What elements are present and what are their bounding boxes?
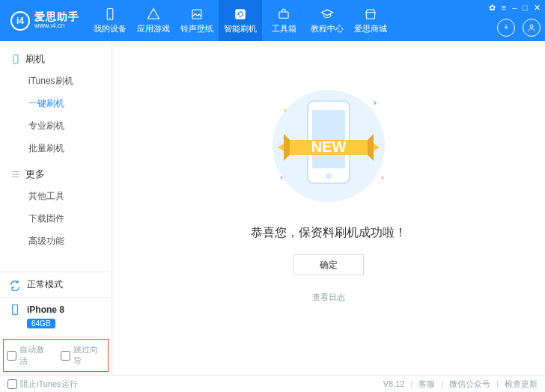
app-url: www.i4.cn xyxy=(34,22,79,30)
success-illustration: NEW xyxy=(254,79,404,206)
phone-icon xyxy=(10,54,21,64)
store-icon xyxy=(364,7,377,21)
user-button[interactable] xyxy=(523,19,541,37)
close-icon[interactable]: ✕ xyxy=(534,3,541,13)
svg-rect-3 xyxy=(235,9,246,19)
separator: | xyxy=(410,379,412,388)
tab-label: 应用游戏 xyxy=(137,23,170,34)
sidebar-item-onekey[interactable]: 一键刷机 xyxy=(28,92,112,114)
graduation-icon xyxy=(320,7,334,21)
sidebar-check-group: 自动激活 跳过向导 xyxy=(3,339,109,372)
tab-ringtone[interactable]: 铃声壁纸 xyxy=(175,0,219,41)
separator: | xyxy=(441,379,443,388)
sidebar-item-label: 高级功能 xyxy=(28,235,64,248)
main-panel: NEW 恭喜您，保资料刷机成功啦！ 确定 查看日志 xyxy=(112,41,545,375)
tab-my-device[interactable]: 我的设备 xyxy=(88,0,132,41)
tab-store[interactable]: 爱思商城 xyxy=(349,0,392,41)
sidebar-mode-label: 正常模式 xyxy=(27,278,63,291)
check-label: 自动激活 xyxy=(19,344,52,367)
apps-icon xyxy=(147,7,160,21)
device-name: iPhone 8 xyxy=(27,304,64,315)
check-auto-activate[interactable]: 自动激活 xyxy=(7,344,52,367)
sidebar-item-label: 一键刷机 xyxy=(28,97,64,110)
tab-tutorial[interactable]: 教程中心 xyxy=(305,0,349,41)
sidebar-item-batch[interactable]: 批量刷机 xyxy=(28,137,112,159)
app-header: i4 爱思助手 www.i4.cn 我的设备 应用游戏 铃声壁纸 智能刷机 工具… xyxy=(0,0,545,41)
window-controls: ✿ ≡ – □ ✕ xyxy=(489,0,545,41)
svg-marker-11 xyxy=(374,101,377,105)
sidebar-item-label: 专业刷机 xyxy=(28,120,64,132)
sidebar-group-flash[interactable]: 刷机 xyxy=(10,49,112,70)
check-auto-activate-box[interactable] xyxy=(7,351,16,361)
app-name: 爱思助手 xyxy=(34,11,79,22)
user-icon xyxy=(527,23,536,32)
download-button[interactable] xyxy=(497,19,515,37)
tab-label: 工具箱 xyxy=(272,23,296,34)
separator: | xyxy=(496,379,499,388)
sidebar-item-itunes[interactable]: iTunes刷机 xyxy=(28,70,112,92)
sidebar-item-label: 批量刷机 xyxy=(28,142,64,155)
toolbox-icon xyxy=(277,7,290,21)
tab-flash[interactable]: 智能刷机 xyxy=(219,0,262,41)
ok-button[interactable]: 确定 xyxy=(293,254,364,275)
sidebar-item-download-fw[interactable]: 下载固件 xyxy=(28,207,112,230)
sidebar-item-advanced[interactable]: 高级功能 xyxy=(28,230,112,252)
sidebar-mode[interactable]: 正常模式 xyxy=(0,272,112,298)
phone-icon xyxy=(9,304,21,316)
check-label: 跳过向导 xyxy=(73,344,106,367)
image-icon xyxy=(190,7,204,21)
sidebar-item-other-tools[interactable]: 其他工具 xyxy=(28,185,112,207)
logo: i4 爱思助手 www.i4.cn xyxy=(0,0,88,41)
svg-point-8 xyxy=(14,313,15,313)
view-log-link[interactable]: 查看日志 xyxy=(312,292,345,303)
tab-tools[interactable]: 工具箱 xyxy=(262,0,305,41)
footer: 阻止iTunes运行 V8.12 | 客服 | 微信公众号 | 检查更新 xyxy=(0,375,545,392)
download-icon xyxy=(502,23,511,32)
logo-icon-text: i4 xyxy=(16,16,24,26)
sidebar-group-label: 更多 xyxy=(25,168,45,181)
svg-point-16 xyxy=(326,173,332,179)
tab-apps[interactable]: 应用游戏 xyxy=(132,0,175,41)
tab-label: 教程中心 xyxy=(311,23,344,34)
sidebar-device[interactable]: iPhone 8 64GB xyxy=(0,298,112,334)
header-tabs: 我的设备 应用游戏 铃声壁纸 智能刷机 工具箱 教程中心 爱思商城 xyxy=(88,0,489,41)
svg-rect-2 xyxy=(192,10,201,19)
sidebar-group-label: 刷机 xyxy=(25,52,45,66)
footer-link-support[interactable]: 客服 xyxy=(418,379,435,390)
sidebar: 刷机 iTunes刷机 一键刷机 专业刷机 批量刷机 更多 其他工具 下载固件 … xyxy=(0,41,112,375)
svg-rect-4 xyxy=(279,12,288,18)
footer-link-update[interactable]: 检查更新 xyxy=(505,379,538,390)
phone-icon xyxy=(103,7,117,21)
minimize-icon[interactable]: – xyxy=(512,3,517,13)
check-block-itunes[interactable]: 阻止iTunes运行 xyxy=(7,379,78,390)
footer-link-wechat[interactable]: 微信公众号 xyxy=(449,379,490,390)
sync-icon xyxy=(9,279,21,291)
check-skip-guide[interactable]: 跳过向导 xyxy=(61,344,106,367)
svg-point-5 xyxy=(530,25,533,28)
svg-rect-6 xyxy=(13,55,18,64)
check-label: 阻止iTunes运行 xyxy=(20,379,78,390)
sidebar-item-label: 下载固件 xyxy=(28,212,64,225)
tab-label: 我的设备 xyxy=(94,23,127,34)
svg-point-1 xyxy=(109,17,111,19)
device-storage-badge: 64GB xyxy=(27,319,55,328)
list-icon xyxy=(10,169,21,180)
tab-label: 铃声壁纸 xyxy=(180,23,213,34)
menu-icon[interactable]: ≡ xyxy=(502,3,506,13)
tab-label: 爱思商城 xyxy=(354,23,387,34)
version-label: V8.12 xyxy=(383,379,405,388)
check-block-itunes-box[interactable] xyxy=(7,379,17,389)
sidebar-group-more[interactable]: 更多 xyxy=(10,164,112,185)
check-skip-guide-box[interactable] xyxy=(61,351,70,361)
sidebar-item-pro[interactable]: 专业刷机 xyxy=(28,114,112,137)
maximize-icon[interactable]: □ xyxy=(523,3,528,13)
svg-marker-12 xyxy=(381,176,384,180)
logo-icon: i4 xyxy=(10,11,30,31)
new-badge-text: NEW xyxy=(311,138,347,155)
refresh-icon xyxy=(234,7,247,21)
sidebar-item-label: 其他工具 xyxy=(28,190,64,203)
skin-icon[interactable]: ✿ xyxy=(489,3,496,13)
tab-label: 智能刷机 xyxy=(224,23,257,34)
sidebar-item-label: iTunes刷机 xyxy=(28,75,73,88)
success-message: 恭喜您，保资料刷机成功啦！ xyxy=(251,225,407,241)
